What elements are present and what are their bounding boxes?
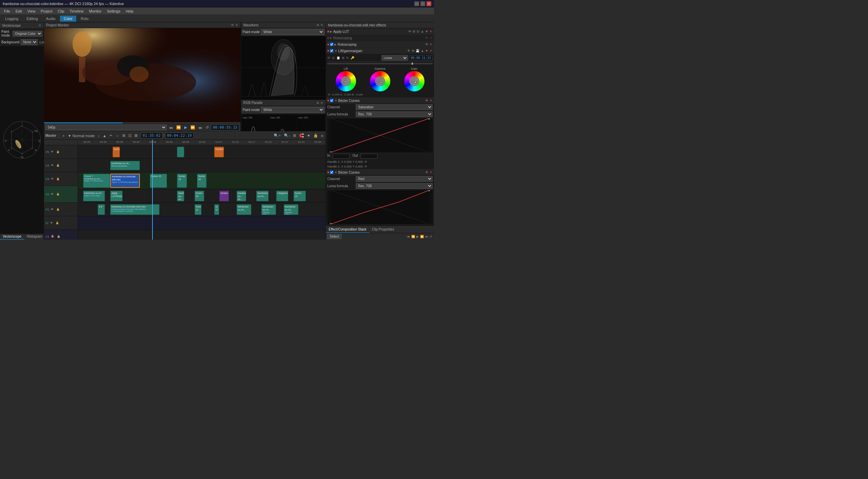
effect-copy-btn[interactable]: ⊞ bbox=[412, 29, 416, 34]
lift-wheel[interactable] bbox=[336, 71, 356, 91]
tl-zoom-fit[interactable]: ⊞ bbox=[292, 133, 297, 138]
minimize-button[interactable]: — bbox=[414, 1, 419, 6]
loop-button[interactable]: ↺ bbox=[205, 125, 210, 130]
bezier2-luma-select[interactable]: Rec. 709 bbox=[356, 183, 433, 189]
track-a1-mute[interactable]: 🔇 bbox=[50, 235, 55, 238]
effect-bezier1-checkbox[interactable] bbox=[330, 99, 333, 102]
paint-mode-select[interactable]: Original Color bbox=[13, 31, 42, 37]
tab-roto[interactable]: Roto bbox=[77, 16, 92, 22]
track-v3-lock[interactable]: 🔒 bbox=[55, 177, 61, 181]
rgb-settings[interactable]: ⚙ bbox=[316, 101, 319, 105]
bezier1-reset2-btn[interactable]: ⟳ bbox=[364, 165, 368, 169]
tl-zoom-out[interactable]: 🔍- bbox=[283, 133, 291, 138]
stack-fwd[interactable]: ⏩ bbox=[420, 235, 424, 239]
tab-editing[interactable]: Editing bbox=[23, 16, 42, 22]
track-v4-eye[interactable]: 👁 bbox=[50, 164, 55, 167]
menu-help[interactable]: Help bbox=[123, 8, 136, 14]
clip-v5-2[interactable] bbox=[177, 147, 184, 157]
clip-v3-1[interactable]: Scene 7 framboise-ou-cho... Apply LUT/Ro… bbox=[83, 174, 110, 188]
tl-spacer-btn[interactable]: ↔ bbox=[115, 133, 120, 138]
stack-loop[interactable]: ↺ bbox=[429, 235, 433, 239]
close-button[interactable]: ✕ bbox=[427, 1, 431, 6]
effect-lgg-save[interactable]: 💾 bbox=[415, 49, 420, 53]
menu-monitor[interactable]: Monitor bbox=[86, 8, 104, 14]
menu-settings[interactable]: Settings bbox=[104, 8, 123, 14]
clip-v5-3[interactable]: framboise bbox=[214, 147, 224, 157]
clip-v4-1[interactable]: framboise-ou-ch... Rotoscoping/App... bbox=[110, 161, 140, 170]
effect-roto2-eye[interactable]: 👁 bbox=[425, 42, 429, 46]
effect-bezier2-del[interactable]: ✕ bbox=[429, 170, 433, 174]
waveform-paint-select[interactable]: White bbox=[261, 29, 324, 35]
track-v5-lock[interactable]: 🔒 bbox=[55, 150, 61, 154]
bezier1-reset-btn[interactable]: ⟳ bbox=[364, 160, 368, 164]
clip-v2-4[interactable]: Scene 15 bbox=[194, 191, 204, 201]
stack-rewind[interactable]: ⏪ bbox=[411, 235, 415, 239]
playhead[interactable] bbox=[152, 140, 153, 240]
tab-audio[interactable]: Audio bbox=[42, 16, 59, 22]
monitor-close-btn[interactable]: ✕ bbox=[235, 23, 239, 27]
tl-more[interactable]: ≡ bbox=[320, 133, 324, 138]
clip-v3-3[interactable]: Scene 15 bbox=[177, 174, 187, 188]
maximize-button[interactable]: □ bbox=[420, 1, 425, 6]
track-v5-eye[interactable]: 👁 bbox=[50, 150, 55, 154]
lgg-ctrl-1[interactable]: ⟳ bbox=[327, 56, 331, 60]
fast-forward-button[interactable]: ⏩ bbox=[189, 125, 196, 130]
effect-eye-btn[interactable]: 👁 bbox=[408, 29, 412, 34]
menu-file[interactable]: File bbox=[1, 8, 13, 14]
clip-v2-5[interactable]: Screen bbox=[219, 191, 229, 201]
effect-roto1-eye[interactable]: 👁 bbox=[425, 36, 429, 40]
lgg-ctrl-5[interactable]: ↻ bbox=[346, 56, 349, 60]
menu-timeline[interactable]: Timeline bbox=[67, 8, 86, 14]
stack-prev-frame[interactable]: ⏮ bbox=[407, 235, 410, 239]
effect-lgg-settings[interactable]: ⚙ bbox=[411, 49, 415, 53]
tl-lock[interactable]: 🔒 bbox=[312, 133, 319, 138]
gain-wheel[interactable] bbox=[404, 71, 425, 91]
track-v4-lock[interactable]: 🔒 bbox=[55, 164, 61, 167]
gain-wheel-dot[interactable] bbox=[414, 81, 416, 83]
skip-forward-button[interactable]: ⏭ bbox=[198, 125, 203, 130]
clip-v1-3[interactable]: Scene 11 bbox=[194, 204, 202, 215]
tab-color[interactable]: Color bbox=[60, 16, 76, 22]
tab-clip-properties[interactable]: Clip Properties bbox=[369, 226, 397, 233]
waveform-settings[interactable]: ⚙ bbox=[316, 23, 319, 27]
tab-vectorscope[interactable]: Vectorscope bbox=[0, 234, 24, 240]
clip-v2-8[interactable]: Lift/gamma/gain bbox=[276, 191, 289, 201]
lgg-slider-thumb[interactable] bbox=[412, 63, 413, 65]
clip-v2-1[interactable]: framboise-ou-ch... Apply LUT/Lift/ga... bbox=[83, 191, 105, 201]
effect-lgg-checkbox[interactable] bbox=[330, 49, 333, 52]
tl-select-btn[interactable]: ▲ bbox=[102, 133, 107, 138]
menu-view[interactable]: View bbox=[25, 8, 38, 14]
effect-lgg-down[interactable]: ▼ bbox=[425, 49, 429, 53]
monitor-settings-btn[interactable]: ⚙ bbox=[231, 23, 234, 27]
clip-v2-2[interactable]: Apply LUT/Rotoscop... bbox=[110, 191, 123, 201]
effect-paste-btn[interactable]: ⊟ bbox=[416, 29, 420, 34]
rgb-paint-select[interactable]: White bbox=[261, 107, 324, 113]
tl-marker[interactable]: ★ bbox=[306, 133, 311, 138]
track-v2-lock[interactable]: 🔒 bbox=[55, 192, 61, 196]
bezier1-channel-select[interactable]: Saturation bbox=[356, 104, 433, 110]
bezier1-out-value[interactable] bbox=[360, 154, 377, 159]
lift-wheel-dot[interactable] bbox=[344, 81, 346, 83]
tab-logging[interactable]: Logging bbox=[1, 16, 22, 22]
lgg-ctrl-4[interactable]: ⊞ bbox=[342, 56, 345, 60]
gamma-wheel[interactable] bbox=[370, 71, 390, 91]
effect-bezier2-checkbox[interactable] bbox=[330, 171, 333, 174]
rgb-close[interactable]: ✕ bbox=[320, 101, 324, 105]
tab-effect-stack[interactable]: Effect/Composition Stack bbox=[326, 226, 369, 233]
effect-roto2-checkbox[interactable] bbox=[330, 43, 333, 46]
track-v1-eye[interactable]: 👁 bbox=[50, 208, 55, 211]
resolution-select[interactable]: 540p bbox=[45, 125, 167, 130]
track-vi-lock[interactable]: 🔒 bbox=[55, 221, 60, 225]
lgg-ctrl-2[interactable]: ⊡ bbox=[332, 56, 335, 60]
play-pause-button[interactable]: ▶ bbox=[183, 125, 188, 130]
menu-clip[interactable]: Clip bbox=[55, 8, 67, 14]
clip-v1-7[interactable]: framboise-ou-ch... Vignette Effect/... bbox=[284, 204, 298, 215]
effect-bezier1-eye[interactable]: 👁 bbox=[425, 99, 429, 103]
tl-group-btn[interactable]: ⊡ bbox=[127, 133, 132, 138]
background-select[interactable]: None bbox=[21, 39, 38, 45]
lgg-preset-select[interactable]: Linear bbox=[381, 55, 408, 61]
clip-v3-4[interactable]: Scene 18 bbox=[197, 174, 207, 188]
clip-v3-selected[interactable]: framboise-ou-chocolat-edit.mkv Apply LUT… bbox=[110, 174, 140, 188]
clip-v5-1[interactable]: framboise bbox=[112, 147, 120, 157]
tl-razor-btn[interactable]: ✂ bbox=[108, 133, 113, 138]
